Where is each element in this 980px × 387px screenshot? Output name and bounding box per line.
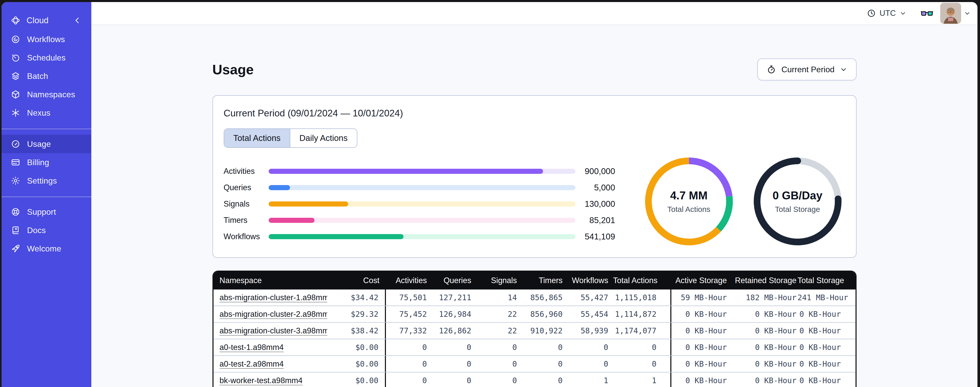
namespaces-cube-icon xyxy=(11,90,21,99)
chevron-down-icon xyxy=(840,66,847,73)
accessibility-glasses-button[interactable] xyxy=(920,6,934,20)
bar-value: 5,000 xyxy=(576,183,615,192)
sidebar-item-support[interactable]: Support xyxy=(2,203,91,221)
bar-track xyxy=(269,201,576,206)
sidebar-item-welcome[interactable]: Welcome xyxy=(2,240,91,258)
table-row: abs-migration-cluster-1.a98mm4 $34.42 75… xyxy=(213,289,856,306)
main-panel: Usage Current Period Current Period (09/… xyxy=(91,25,977,387)
tab-daily-actions[interactable]: Daily Actions xyxy=(290,129,357,147)
batch-layers-icon xyxy=(11,71,21,81)
nexus-asterisk-icon xyxy=(11,108,21,118)
workflows-icon xyxy=(11,34,21,44)
user-menu[interactable] xyxy=(940,3,971,24)
content-area: UTC xyxy=(91,2,977,387)
sidebar: Cloud Workflows Schedules Batch xyxy=(2,2,91,387)
sidebar-item-settings[interactable]: Settings xyxy=(2,171,91,190)
schedules-icon xyxy=(11,53,21,62)
docs-book-icon xyxy=(11,225,21,235)
bar-value: 130,000 xyxy=(576,199,615,209)
actions-tab-group: Total Actions Daily Actions xyxy=(224,128,357,148)
table-header: Namespace Cost Activities Queries Signal… xyxy=(213,272,856,289)
bar-track xyxy=(269,169,576,174)
support-lifebuoy-icon xyxy=(11,207,21,217)
sidebar-item-batch[interactable]: Batch xyxy=(2,67,91,85)
chevron-down-icon xyxy=(964,10,971,17)
period-selector-button[interactable]: Current Period xyxy=(757,58,856,80)
bar-fill xyxy=(269,185,290,190)
bar-fill xyxy=(269,218,315,223)
bar-row-activities: Activities 900,000 xyxy=(224,163,616,179)
table-row: bk-worker-test.a98mm4 $0.00 0 0 0 0 1 1 … xyxy=(213,373,856,387)
namespace-link[interactable]: a0-test-2.a98mm4 xyxy=(220,360,284,368)
bar-value: 541,109 xyxy=(576,232,615,241)
timezone-selector[interactable]: UTC xyxy=(864,6,909,21)
sidebar-item-billing[interactable]: Billing xyxy=(2,153,91,171)
sidebar-header: Cloud xyxy=(2,11,91,30)
sidebar-item-schedules[interactable]: Schedules xyxy=(2,48,91,67)
app-window: Cloud Workflows Schedules Batch xyxy=(2,2,977,387)
welcome-rocket-icon xyxy=(11,244,21,253)
tab-total-actions[interactable]: Total Actions xyxy=(224,129,290,147)
namespace-usage-table: Namespace Cost Activities Queries Signal… xyxy=(213,270,856,387)
sidebar-divider xyxy=(2,129,91,129)
bar-fill xyxy=(269,201,348,206)
namespace-link[interactable]: abs-migration-cluster-3.a98mm4 xyxy=(220,326,327,335)
page-title: Usage xyxy=(213,62,254,77)
sidebar-divider xyxy=(2,197,91,197)
table-row: abs-migration-cluster-3.a98mm4 $38.42 77… xyxy=(213,323,856,339)
topbar: UTC xyxy=(91,2,977,25)
total-actions-label: Total Actions xyxy=(667,205,710,214)
settings-gear-icon xyxy=(11,176,21,186)
sidebar-item-workflows[interactable]: Workflows xyxy=(2,30,91,48)
user-avatar xyxy=(940,3,961,24)
clock-icon xyxy=(867,9,876,18)
table-row: a0-test-1.a98mm4 $0.00 0 0 0 0 0 0 0 KB-… xyxy=(213,339,856,356)
bar-fill xyxy=(269,234,404,239)
temporal-logo-icon xyxy=(11,16,21,25)
sidebar-item-docs[interactable]: Docs xyxy=(2,221,91,240)
billing-card-icon xyxy=(11,158,21,167)
total-storage-label: Total Storage xyxy=(775,205,820,214)
bar-track xyxy=(269,185,576,190)
total-storage-donut: 0 GB/Day Total Storage xyxy=(750,154,845,249)
bar-row-timers: Timers 85,201 xyxy=(224,212,616,229)
chevron-down-icon xyxy=(899,10,907,17)
namespace-link[interactable]: abs-migration-cluster-2.a98mm4 xyxy=(220,310,327,318)
sidebar-item-nexus[interactable]: Nexus xyxy=(2,104,91,122)
namespace-link[interactable]: a0-test-1.a98mm4 xyxy=(220,343,284,352)
bar-track xyxy=(269,218,576,223)
bar-fill xyxy=(269,169,543,174)
card-heading: Current Period (09/01/2024 — 10/01/2024) xyxy=(224,108,845,119)
bar-row-workflows: Workflows 541,109 xyxy=(224,229,616,245)
sidebar-title: Cloud xyxy=(27,16,48,25)
bar-value: 900,000 xyxy=(576,166,615,176)
actions-bar-chart: Activities 900,000 Queries 5,000 Signals xyxy=(224,163,616,245)
total-storage-value: 0 GB/Day xyxy=(773,189,822,202)
bar-row-queries: Queries 5,000 xyxy=(224,179,616,196)
current-period-card: Current Period (09/01/2024 — 10/01/2024)… xyxy=(213,95,856,258)
total-actions-donut: 4.7 MM Total Actions xyxy=(641,154,737,249)
bar-track xyxy=(269,234,576,239)
table-row: abs-migration-cluster-2.a98mm4 $29.32 75… xyxy=(213,306,856,323)
table-row: a0-test-2.a98mm4 $0.00 0 0 0 0 0 0 0 KB-… xyxy=(213,356,856,373)
period-selector-label: Current Period xyxy=(781,65,834,74)
sidebar-item-usage[interactable]: Usage xyxy=(2,135,91,153)
namespace-link[interactable]: abs-migration-cluster-1.a98mm4 xyxy=(220,293,327,302)
sidebar-item-namespaces[interactable]: Namespaces xyxy=(2,85,91,104)
total-actions-value: 4.7 MM xyxy=(670,189,708,202)
glasses-icon xyxy=(920,6,934,20)
timezone-label: UTC xyxy=(880,9,896,18)
namespace-link[interactable]: bk-worker-test.a98mm4 xyxy=(220,376,303,385)
bar-row-signals: Signals 130,000 xyxy=(224,196,616,212)
usage-gauge-icon xyxy=(11,139,21,149)
sidebar-collapse-button[interactable] xyxy=(72,16,82,25)
bar-value: 85,201 xyxy=(576,216,615,225)
stopwatch-icon xyxy=(767,65,776,74)
